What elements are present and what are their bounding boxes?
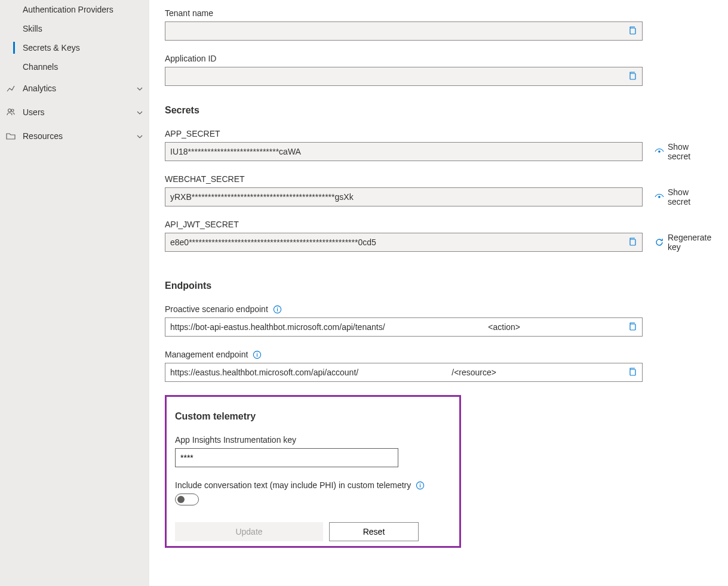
info-icon[interactable] (273, 305, 282, 314)
endpoints-heading: Endpoints (165, 280, 712, 291)
sidebar-item-label: Users (23, 107, 45, 117)
sidebar: Authentication Providers Skills Secrets … (0, 0, 149, 586)
management-endpoint-label-text: Management endpoint (165, 350, 248, 359)
proactive-endpoint-suffix: <action> (488, 322, 520, 332)
webchat-secret-label: WEBCHAT_SECRET (165, 174, 712, 184)
management-endpoint-value: https://eastus.healthbot.microsoft.com/a… (170, 368, 358, 377)
secrets-heading: Secrets (165, 105, 712, 116)
application-id-field (165, 67, 643, 86)
regenerate-key-label: Regenerate key (668, 233, 712, 252)
chevron-down-icon (136, 85, 143, 92)
folder-icon (6, 131, 16, 141)
proactive-endpoint-label: Proactive scenario endpoint (165, 304, 712, 314)
reset-button[interactable]: Reset (329, 522, 419, 541)
show-secret-label: Show secret (668, 142, 712, 161)
include-conversation-label-text: Include conversation text (may include P… (175, 480, 411, 490)
svg-rect-3 (630, 73, 635, 79)
users-icon (6, 107, 16, 117)
sidebar-item-auth-providers[interactable]: Authentication Providers (0, 0, 149, 19)
app-secret-label: APP_SECRET (165, 129, 712, 138)
sidebar-item-label: Authentication Providers (23, 5, 113, 14)
svg-rect-2 (630, 28, 635, 34)
main-content: Tenant name Application ID Secrets APP_S… (149, 0, 728, 586)
sidebar-item-label: Skills (23, 24, 42, 33)
eye-icon (655, 192, 664, 202)
show-secret-app[interactable]: Show secret (655, 142, 712, 161)
sidebar-item-skills[interactable]: Skills (0, 19, 149, 38)
eye-icon (655, 147, 664, 156)
sidebar-item-label: Resources (23, 131, 63, 141)
proactive-endpoint-value: https://bot-api-eastus.healthbot.microso… (170, 322, 385, 332)
show-secret-webchat[interactable]: Show secret (655, 187, 712, 206)
svg-point-4 (659, 151, 660, 152)
management-endpoint-label: Management endpoint (165, 350, 712, 359)
update-button: Update (175, 522, 323, 541)
copy-icon[interactable] (628, 26, 638, 36)
api-jwt-secret-value: e8e0************************************… (170, 238, 376, 247)
info-icon[interactable] (253, 350, 262, 359)
chart-icon (6, 84, 16, 93)
instrumentation-key-label: App Insights Instrumentation key (167, 435, 459, 445)
telemetry-heading: Custom telemetry (167, 411, 459, 422)
svg-point-5 (659, 196, 660, 198)
management-endpoint-field: https://eastus.healthbot.microsoft.com/a… (165, 363, 643, 382)
chevron-down-icon (136, 132, 143, 140)
sidebar-item-label: Secrets & Keys (23, 43, 80, 53)
regenerate-key[interactable]: Regenerate key (655, 233, 712, 252)
api-jwt-secret-field: e8e0************************************… (165, 233, 643, 252)
sidebar-item-label: Analytics (23, 84, 56, 93)
management-endpoint-suffix: /<resource> (451, 368, 496, 377)
sidebar-item-analytics[interactable]: Analytics (0, 76, 149, 100)
tenant-name-field (165, 21, 643, 41)
sidebar-item-label: Channels (23, 62, 58, 72)
sidebar-item-users[interactable]: Users (0, 100, 149, 124)
tenant-name-label: Tenant name (165, 8, 712, 18)
refresh-icon (655, 238, 664, 247)
svg-rect-6 (630, 239, 635, 245)
application-id-label: Application ID (165, 54, 712, 63)
copy-icon[interactable] (628, 71, 638, 82)
webchat-secret-value: yRXB************************************… (170, 192, 354, 202)
chevron-down-icon (136, 109, 143, 116)
toggle-knob (177, 496, 185, 503)
proactive-endpoint-field: https://bot-api-eastus.healthbot.microso… (165, 317, 643, 337)
custom-telemetry-panel: Custom telemetry App Insights Instrument… (165, 395, 461, 548)
sidebar-item-secrets-keys[interactable]: Secrets & Keys (0, 38, 149, 57)
proactive-endpoint-label-text: Proactive scenario endpoint (165, 304, 268, 314)
copy-icon[interactable] (628, 237, 638, 248)
sidebar-item-resources[interactable]: Resources (0, 124, 149, 148)
svg-rect-8 (630, 324, 635, 330)
info-icon[interactable] (416, 481, 425, 490)
sidebar-item-channels[interactable]: Channels (0, 57, 149, 76)
svg-point-0 (8, 109, 11, 112)
app-secret-value: IU18****************************caWA (170, 147, 301, 156)
svg-point-1 (11, 109, 14, 112)
copy-icon[interactable] (628, 322, 638, 332)
instrumentation-key-input[interactable] (175, 448, 398, 467)
copy-icon[interactable] (628, 367, 638, 378)
include-conversation-label: Include conversation text (may include P… (167, 480, 459, 490)
app-secret-field: IU18****************************caWA (165, 142, 643, 161)
api-jwt-secret-label: API_JWT_SECRET (165, 220, 712, 229)
webchat-secret-field: yRXB************************************… (165, 187, 643, 206)
include-conversation-toggle[interactable] (175, 494, 199, 505)
svg-rect-10 (630, 369, 635, 375)
show-secret-label: Show secret (668, 187, 712, 206)
